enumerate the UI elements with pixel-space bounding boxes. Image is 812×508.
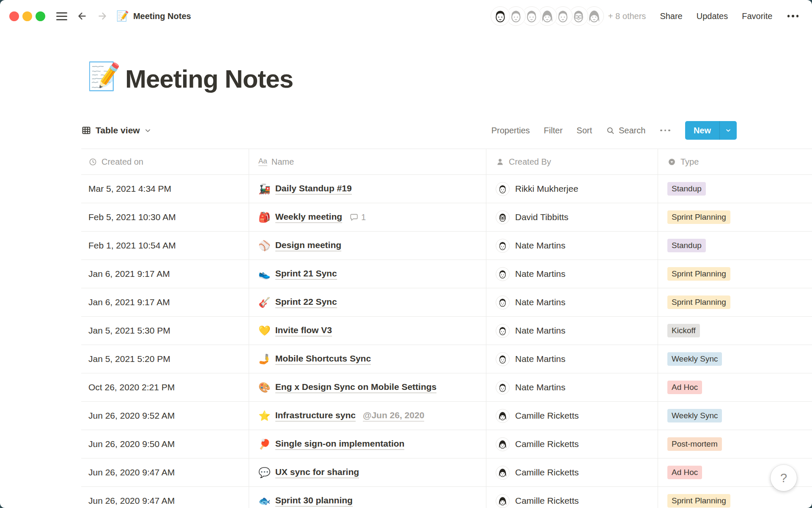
page-icon[interactable]: 📝 <box>87 63 121 90</box>
type-cell[interactable]: Sprint Planning <box>658 203 812 231</box>
created-on-cell[interactable]: Jun 26, 2020 9:52 AM <box>81 402 249 430</box>
breadcrumb[interactable]: 📝 Meeting Notes <box>116 11 191 21</box>
created-on-cell[interactable]: Jun 26, 2020 9:50 AM <box>81 430 249 458</box>
page-link[interactable]: Daily Standup #19 <box>275 183 352 195</box>
back-button[interactable] <box>75 9 89 23</box>
page-link[interactable]: Sprint 30 planning <box>275 495 353 507</box>
page-link[interactable]: Invite flow V3 <box>275 325 332 337</box>
column-label: Type <box>680 157 699 167</box>
zoom-window-button[interactable] <box>36 11 45 21</box>
avatar-stack[interactable] <box>491 6 604 26</box>
column-header-name[interactable]: AaName <box>249 149 486 174</box>
name-cell[interactable]: ⭐Infrastructure sync@Jun 26, 2020 <box>249 402 486 430</box>
view-options-icon[interactable] <box>659 127 671 134</box>
page-link[interactable]: Mobile Shortcuts Sync <box>275 353 371 365</box>
page-emoji-icon: 🏓 <box>258 439 271 449</box>
created-by-cell[interactable]: Nate Martins <box>486 232 658 260</box>
filter-button[interactable]: Filter <box>544 126 562 135</box>
others-count[interactable]: + 8 others <box>608 11 646 21</box>
created-by-cell[interactable]: Nate Martins <box>486 317 658 345</box>
created-by-cell[interactable]: Camille Ricketts <box>486 402 658 430</box>
favorite-button[interactable]: Favorite <box>742 11 772 21</box>
page-link[interactable]: Sprint 22 Sync <box>275 297 337 308</box>
person-icon <box>496 157 505 166</box>
new-button-label[interactable]: New <box>685 121 719 140</box>
search-button[interactable]: Search <box>606 126 645 135</box>
created-by-cell[interactable]: Camille Ricketts <box>486 487 658 508</box>
created-by-cell[interactable]: Rikki Mukherjee <box>486 175 658 203</box>
created-by-cell[interactable]: Camille Ricketts <box>486 458 658 486</box>
sketch-avatar-man <box>496 182 510 196</box>
type-cell[interactable]: Ad Hoc <box>658 373 812 401</box>
created-on-cell[interactable]: Jun 26, 2020 9:47 AM <box>81 487 249 508</box>
view-switcher[interactable]: Table view <box>81 125 151 135</box>
type-cell[interactable]: Kickoff <box>658 317 812 345</box>
created-by-cell[interactable]: Nate Martins <box>486 345 658 373</box>
column-header-created-by[interactable]: Created By <box>486 149 658 174</box>
created-on-cell[interactable]: Oct 26, 2020 2:21 PM <box>81 373 249 401</box>
name-cell[interactable]: 👟Sprint 21 Sync <box>249 260 486 288</box>
created-on-cell[interactable]: Feb 5, 2021 10:30 AM <box>81 203 249 231</box>
created-on-cell[interactable]: Mar 5, 2021 4:34 PM <box>81 175 249 203</box>
name-cell[interactable]: 🐟Sprint 30 planning <box>249 487 486 508</box>
page-link[interactable]: UX sync for sharing <box>275 467 359 478</box>
created-by-cell[interactable]: Nate Martins <box>486 373 658 401</box>
page-link[interactable]: Infrastructure sync <box>275 410 356 422</box>
date-mention[interactable]: @Jun 26, 2020 <box>363 410 424 422</box>
created-by-cell[interactable]: Nate Martins <box>486 260 658 288</box>
created-by-name: Camille Ricketts <box>515 439 579 449</box>
page-title[interactable]: Meeting Notes <box>125 64 293 94</box>
name-cell[interactable]: 💛Invite flow V3 <box>249 317 486 345</box>
close-window-button[interactable] <box>9 11 19 21</box>
more-options-icon[interactable] <box>787 12 800 20</box>
created-on-cell[interactable]: Jun 26, 2020 9:47 AM <box>81 458 249 486</box>
help-button[interactable]: ? <box>771 465 797 491</box>
type-cell[interactable]: Weekly Sync <box>658 402 812 430</box>
new-button[interactable]: New <box>685 121 737 140</box>
page-link[interactable]: Sprint 21 Sync <box>275 268 337 280</box>
name-cell[interactable]: ⚾Design meeting <box>249 232 486 260</box>
created-by-name: Nate Martins <box>515 297 565 307</box>
name-cell[interactable]: 💬UX sync for sharing <box>249 458 486 486</box>
created-on-cell[interactable]: Jan 6, 2021 9:17 AM <box>81 260 249 288</box>
minimize-window-button[interactable] <box>22 11 32 21</box>
column-header-created-on[interactable]: Created on <box>81 149 249 174</box>
column-header-type[interactable]: Type <box>658 149 812 174</box>
created-by-cell[interactable]: Camille Ricketts <box>486 430 658 458</box>
search-icon <box>606 126 615 135</box>
comment-indicator[interactable]: 1 <box>349 213 366 222</box>
name-cell[interactable]: 🚂Daily Standup #19 <box>249 175 486 203</box>
page-link[interactable]: Single sign-on implementation <box>275 439 405 450</box>
page-emoji-icon: 👟 <box>258 269 271 279</box>
page-link[interactable]: Design meeting <box>275 240 341 251</box>
created-on-cell[interactable]: Feb 1, 2021 10:54 AM <box>81 232 249 260</box>
sketch-avatar-man[interactable] <box>491 6 510 26</box>
type-cell[interactable]: Weekly Sync <box>658 345 812 373</box>
type-cell[interactable]: Post-mortem <box>658 430 812 458</box>
type-cell[interactable]: Sprint Planning <box>658 288 812 316</box>
created-on-cell[interactable]: Jan 6, 2021 9:17 AM <box>81 288 249 316</box>
type-cell[interactable]: Standup <box>658 232 812 260</box>
name-cell[interactable]: 🎒Weekly meeting1 <box>249 203 486 231</box>
page-link[interactable]: Eng x Design Sync on Mobile Settings <box>275 382 437 393</box>
sidebar-menu-icon[interactable] <box>55 11 69 22</box>
created-by-cell[interactable]: Nate Martins <box>486 288 658 316</box>
updates-button[interactable]: Updates <box>697 11 728 21</box>
type-cell[interactable]: Sprint Planning <box>658 260 812 288</box>
created-on-cell[interactable]: Jan 5, 2021 5:30 PM <box>81 317 249 345</box>
created-by-cell[interactable]: David Tibbitts <box>486 203 658 231</box>
name-cell[interactable]: 🎨Eng x Design Sync on Mobile Settings <box>249 373 486 401</box>
forward-button[interactable] <box>95 9 110 23</box>
type-cell[interactable]: Standup <box>658 175 812 203</box>
name-cell[interactable]: 🤳Mobile Shortcuts Sync <box>249 345 486 373</box>
created-on-cell[interactable]: Jan 5, 2021 5:20 PM <box>81 345 249 373</box>
name-cell[interactable]: 🏓Single sign-on implementation <box>249 430 486 458</box>
page-emoji-icon: ⚾ <box>258 241 271 251</box>
type-cell[interactable]: Sprint Planning <box>658 487 812 508</box>
name-cell[interactable]: 🎸Sprint 22 Sync <box>249 288 486 316</box>
page-link[interactable]: Weekly meeting <box>275 212 342 223</box>
share-button[interactable]: Share <box>660 11 682 21</box>
sort-button[interactable]: Sort <box>576 126 592 135</box>
new-button-dropdown[interactable] <box>719 121 737 140</box>
properties-button[interactable]: Properties <box>491 126 530 135</box>
